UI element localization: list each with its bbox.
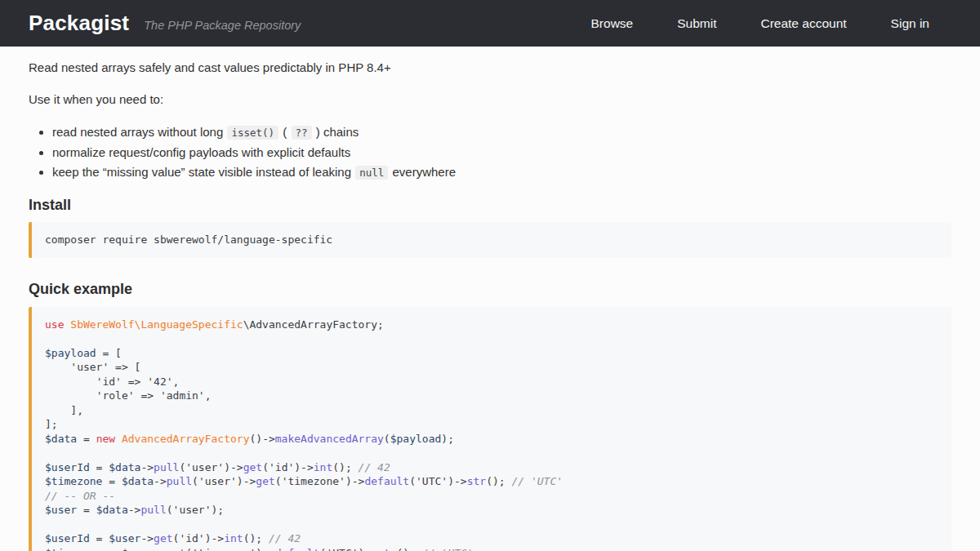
site-tagline: The PHP Package Repository [144, 19, 301, 32]
code-line: $timezone = $user->get('timezone')->defa… [45, 546, 938, 551]
code-line: $data = new AdvancedArrayFactory()->make… [45, 432, 938, 447]
readme-use-when: Use it when you need to: [29, 91, 951, 109]
site-logo[interactable]: Packagist [29, 11, 129, 36]
site-header: Packagist The PHP Package Repository Bro… [0, 0, 980, 47]
code-line [45, 518, 938, 532]
install-code-block: composer require sbwerewolf/language-spe… [29, 222, 951, 258]
code-line: $payload = [ [45, 346, 938, 361]
install-heading: Install [29, 197, 951, 215]
code-line: $userId = $data->pull('user')->get('id')… [45, 460, 938, 475]
list-item: normalize request/config payloads with e… [52, 143, 951, 162]
inline-code: ?? [292, 126, 312, 140]
code-line: ]; [45, 417, 938, 432]
feature-list: read nested arrays without long isset() … [29, 122, 951, 183]
code-line: // -- OR -- [45, 489, 938, 504]
code-line: 'user' => [ [45, 360, 938, 375]
example-code-block: use SbWereWolf\LanguageSpecific\Advanced… [29, 307, 951, 551]
nav-submit[interactable]: Submit [675, 11, 718, 36]
quick-example-heading: Quick example [29, 281, 951, 299]
list-item: keep the “missing value” state visible i… [52, 162, 951, 183]
readme-intro: Read nested arrays safely and cast value… [29, 59, 951, 77]
inline-code: isset() [227, 126, 278, 140]
list-item: read nested arrays without long isset() … [52, 122, 951, 143]
nav-browse[interactable]: Browse [590, 11, 635, 36]
code-line: 'id' => '42', [45, 375, 938, 389]
main-nav: Browse Submit Create account Sign in [590, 11, 931, 36]
code-line: $timezone = $data->pull('user')->get('ti… [45, 474, 938, 489]
code-line: $user = $data->pull('user'); [45, 503, 938, 518]
code-line: use SbWereWolf\LanguageSpecific\Advanced… [45, 318, 938, 332]
code-line [45, 446, 938, 460]
code-line: $userId = $user->get('id')->int(); // 42 [45, 531, 938, 546]
code-line: 'role' => 'admin', [45, 389, 938, 403]
inline-code: null [355, 166, 388, 180]
nav-create-account[interactable]: Create account [759, 11, 848, 36]
readme-content: Read nested arrays safely and cast value… [0, 47, 980, 551]
code-line [45, 331, 938, 346]
nav-sign-in[interactable]: Sign in [889, 11, 931, 36]
code-line: ], [45, 403, 938, 418]
install-command: composer require sbwerewolf/language-spe… [45, 233, 938, 247]
